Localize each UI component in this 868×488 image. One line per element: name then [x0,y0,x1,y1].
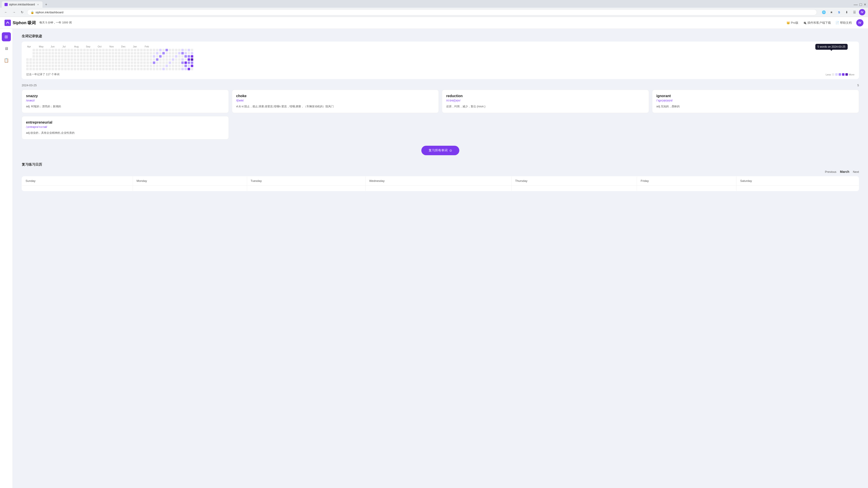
heatmap-cell[interactable] [143,52,146,55]
heatmap-cell[interactable] [86,68,89,70]
word-card-choke[interactable]: choke /tʃəʊk/ vt.& vi.阻止，扼止,填塞,使窒息,噎咽n.窒… [232,90,439,113]
heatmap-week[interactable] [49,49,51,70]
heatmap-cell[interactable] [112,58,114,61]
heatmap-cell[interactable] [29,68,32,70]
heatmap-cell[interactable] [159,68,162,70]
heatmap-cell[interactable] [134,65,136,67]
heatmap-cell[interactable] [96,58,98,61]
heatmap-cell[interactable] [93,61,95,64]
word-card-ignorant[interactable]: ignorant /ˈɪɡn(ə)r(ə)nt/ adj.无知的，愚昧的 [652,90,859,113]
heatmap-cell[interactable] [52,52,54,55]
heatmap-cell[interactable] [33,65,35,67]
heatmap-cell[interactable] [36,58,38,61]
heatmap-week[interactable] [83,49,86,70]
heatmap-week[interactable] [131,49,133,70]
heatmap-cell[interactable] [191,49,193,51]
heatmap-cell[interactable] [36,52,38,55]
heatmap-week[interactable] [118,49,121,70]
heatmap-cell[interactable] [150,65,152,67]
heatmap-cell[interactable] [175,68,178,70]
heatmap-cell[interactable] [80,58,83,61]
heatmap-cell[interactable] [188,55,190,58]
heatmap-cell[interactable] [134,58,136,61]
heatmap-cell[interactable] [147,58,149,61]
heatmap-cell[interactable] [52,61,54,64]
tab-close-button[interactable]: × [36,3,40,6]
heatmap-cell[interactable] [49,55,51,58]
heatmap-cell[interactable] [67,55,70,58]
heatmap-cell[interactable] [45,61,48,64]
heatmap-cell[interactable] [77,55,79,58]
review-all-button[interactable]: 复习所有单词 ⊙ [421,146,459,155]
heatmap-cell[interactable] [156,52,158,55]
heatmap-cell[interactable] [137,58,140,61]
heatmap-cell[interactable] [105,52,108,55]
heatmap-week[interactable] [124,49,127,70]
heatmap-cell[interactable] [153,65,155,67]
heatmap-cell[interactable] [143,49,146,51]
heatmap-cell[interactable] [61,65,64,67]
heatmap-cell[interactable] [39,61,41,64]
heatmap-cell[interactable] [70,61,73,64]
heatmap-week[interactable] [58,49,60,70]
heatmap-cell[interactable] [140,68,143,70]
heatmap-cell[interactable] [184,49,187,51]
heatmap-cell[interactable] [134,49,136,51]
heatmap-cell[interactable] [181,61,184,64]
heatmap-cell[interactable] [102,49,105,51]
heatmap-cell[interactable] [191,58,193,61]
heatmap-week[interactable] [162,49,165,70]
heatmap-cell[interactable] [52,49,54,51]
heatmap-cell[interactable] [188,65,190,67]
heatmap-cell[interactable] [153,58,155,61]
heatmap-cell[interactable] [86,52,89,55]
heatmap-cell[interactable] [127,49,130,51]
heatmap-cell[interactable] [67,65,70,67]
heatmap-cell[interactable] [33,68,35,70]
heatmap-cell[interactable] [162,55,165,58]
heatmap-cell[interactable] [55,61,57,64]
heatmap-cell[interactable] [165,68,168,70]
heatmap-cell[interactable] [83,55,86,58]
heatmap-cell[interactable] [80,49,83,51]
heatmap-cell[interactable] [64,52,67,55]
heatmap-week[interactable] [26,49,29,70]
heatmap-cell[interactable] [99,61,101,64]
heatmap-week[interactable] [55,49,57,70]
heatmap-week[interactable] [45,49,48,70]
heatmap-week[interactable] [52,49,54,70]
heatmap-cell[interactable] [67,58,70,61]
heatmap-week[interactable] [61,49,64,70]
heatmap-cell[interactable] [124,55,127,58]
heatmap-cell[interactable] [90,61,92,64]
heatmap-week[interactable] [181,49,184,70]
heatmap-cell[interactable] [112,68,114,70]
heatmap-cell[interactable] [93,49,95,51]
heatmap-cell[interactable] [49,68,51,70]
heatmap-cell[interactable] [118,55,121,58]
heatmap-cell[interactable] [121,65,124,67]
heatmap-cell[interactable] [39,68,41,70]
heatmap-cell[interactable] [184,58,187,61]
heatmap-cell[interactable] [162,58,165,61]
heatmap-cell[interactable] [137,65,140,67]
heatmap-cell[interactable] [153,61,155,64]
heatmap-cell[interactable] [178,68,181,70]
heatmap-cell[interactable] [64,68,67,70]
heatmap-week[interactable] [74,49,76,70]
heatmap-cell[interactable] [77,58,79,61]
heatmap-cell[interactable] [188,68,190,70]
heatmap-cell[interactable] [191,55,193,58]
heatmap-cell[interactable] [77,65,79,67]
heatmap-cell[interactable] [67,52,70,55]
heatmap-cell[interactable] [162,65,165,67]
window-minimize-button[interactable]: — [854,2,858,7]
heatmap-cell[interactable] [96,49,98,51]
heatmap-cell[interactable] [115,52,117,55]
heatmap-cell[interactable] [181,52,184,55]
heatmap-cell[interactable] [112,52,114,55]
heatmap-cell[interactable] [58,65,60,67]
heatmap-cell[interactable] [58,61,60,64]
heatmap-cell[interactable] [83,58,86,61]
heatmap-cell[interactable] [52,65,54,67]
